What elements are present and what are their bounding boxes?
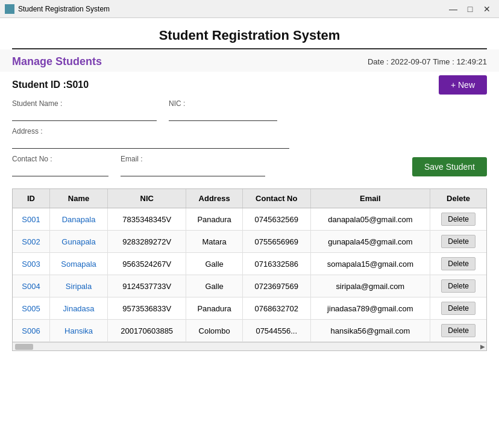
time-value: 12:49:21 bbox=[456, 57, 487, 66]
table-row: S001Danapala7835348345VPanadura074563256… bbox=[13, 208, 486, 231]
table-row: S004Siripala9124537733VGalle0723697569si… bbox=[13, 275, 486, 297]
contact-label: Contact No : bbox=[12, 155, 108, 163]
col-nic: NIC bbox=[108, 189, 186, 208]
app-container: Student Registration System Manage Stude… bbox=[0, 18, 499, 448]
table-container[interactable]: ID Name NIC Address Contact No Email Del… bbox=[13, 189, 486, 342]
manage-header: Manage Students Date : 2022-09-07 Time :… bbox=[0, 49, 499, 72]
app-title-section: Student Registration System bbox=[12, 18, 487, 49]
cell-id: S001 bbox=[13, 208, 49, 231]
email-input[interactable] bbox=[121, 164, 265, 176]
cell-address: Galle bbox=[186, 275, 243, 297]
maximize-button[interactable]: □ bbox=[463, 3, 477, 15]
cell-contact: 0745632569 bbox=[242, 208, 310, 231]
delete-button[interactable]: Delete bbox=[441, 324, 475, 337]
cell-delete: Delete bbox=[430, 253, 486, 275]
student-id-label: Student ID :S010 bbox=[12, 79, 89, 90]
cell-id: S006 bbox=[13, 320, 49, 342]
title-bar-left: Student Registration System bbox=[5, 4, 110, 14]
cell-nic: 9573536833V bbox=[108, 297, 186, 320]
cell-delete: Delete bbox=[430, 297, 486, 320]
header-row: ID Name NIC Address Contact No Email Del… bbox=[13, 189, 486, 208]
cell-address: Panadura bbox=[186, 297, 243, 320]
address-row: Address : bbox=[12, 127, 487, 149]
new-button[interactable]: + New bbox=[439, 75, 487, 95]
cell-contact: 0716332586 bbox=[242, 253, 310, 275]
delete-button[interactable]: Delete bbox=[441, 257, 475, 270]
address-label: Address : bbox=[12, 127, 289, 135]
app-icon bbox=[5, 4, 14, 14]
student-id-row: Student ID :S010 + New bbox=[12, 75, 487, 95]
cell-email: gunapala45@gmail.com bbox=[310, 231, 430, 253]
title-bar-text: Student Registration System bbox=[18, 5, 110, 13]
scroll-thumb[interactable] bbox=[15, 344, 33, 350]
horizontal-scrollbar[interactable]: ▶ bbox=[13, 342, 486, 350]
time-label: Time : bbox=[433, 57, 454, 66]
cell-address: Colombo bbox=[186, 320, 243, 342]
cell-email: danapala05@gmail.com bbox=[310, 208, 430, 231]
address-group: Address : bbox=[12, 127, 289, 149]
cell-email: siripala@gmail.com bbox=[310, 275, 430, 297]
col-id: ID bbox=[13, 189, 49, 208]
student-name-group: Student Name : bbox=[12, 99, 157, 121]
cell-name: Siripala bbox=[49, 275, 107, 297]
cell-id: S003 bbox=[13, 253, 49, 275]
delete-button[interactable]: Delete bbox=[441, 279, 475, 293]
name-nic-row: Student Name : NIC : bbox=[12, 99, 487, 121]
cell-delete: Delete bbox=[430, 320, 486, 342]
col-contact: Contact No bbox=[242, 189, 310, 208]
table-section: ID Name NIC Address Contact No Email Del… bbox=[12, 188, 487, 351]
contact-email-row: Contact No : Email : Save Student bbox=[12, 155, 487, 176]
cell-address: Matara bbox=[186, 231, 243, 253]
manage-title: Manage Students bbox=[12, 55, 102, 68]
delete-button[interactable]: Delete bbox=[441, 213, 475, 226]
delete-button[interactable]: Delete bbox=[441, 235, 475, 248]
cell-contact: 07544556... bbox=[242, 320, 310, 342]
minimize-button[interactable]: — bbox=[446, 3, 460, 15]
col-name: Name bbox=[49, 189, 107, 208]
cell-name: Jinadasa bbox=[49, 297, 107, 320]
contact-group: Contact No : bbox=[12, 155, 108, 176]
cell-email: jinadasa789@gmail.com bbox=[310, 297, 430, 320]
table-row: S002Gunapala9283289272VMatara0755656969g… bbox=[13, 231, 486, 253]
datetime-info: Date : 2022-09-07 Time : 12:49:21 bbox=[368, 57, 487, 66]
cell-delete: Delete bbox=[430, 275, 486, 297]
email-group: Email : bbox=[121, 155, 265, 176]
cell-name: Danapala bbox=[49, 208, 107, 231]
cell-nic: 9563524267V bbox=[108, 253, 186, 275]
cell-name: Hansika bbox=[49, 320, 107, 342]
save-button[interactable]: Save Student bbox=[412, 157, 487, 176]
email-label: Email : bbox=[121, 155, 265, 163]
cell-nic: 9124537733V bbox=[108, 275, 186, 297]
cell-contact: 0723697569 bbox=[242, 275, 310, 297]
table-row: S005Jinadasa9573536833VPanadura076863270… bbox=[13, 297, 486, 320]
scroll-right-arrow[interactable]: ▶ bbox=[480, 343, 485, 350]
cell-email: hansika56@gmail.com bbox=[310, 320, 430, 342]
title-bar-controls: — □ ✕ bbox=[446, 3, 494, 15]
col-delete: Delete bbox=[430, 189, 486, 208]
cell-nic: 9283289272V bbox=[108, 231, 186, 253]
col-address: Address bbox=[186, 189, 243, 208]
cell-contact: 0755656969 bbox=[242, 231, 310, 253]
cell-id: S004 bbox=[13, 275, 49, 297]
nic-group: NIC : bbox=[169, 99, 277, 121]
cell-email: somapala15@gmail.com bbox=[310, 253, 430, 275]
nic-label: NIC : bbox=[169, 99, 277, 108]
cell-name: Gunapala bbox=[49, 231, 107, 253]
delete-button[interactable]: Delete bbox=[441, 302, 475, 315]
student-name-label: Student Name : bbox=[12, 99, 157, 108]
cell-address: Panadura bbox=[186, 208, 243, 231]
students-table: ID Name NIC Address Contact No Email Del… bbox=[13, 189, 486, 342]
close-button[interactable]: ✕ bbox=[480, 3, 494, 15]
cell-id: S002 bbox=[13, 231, 49, 253]
nic-input[interactable] bbox=[169, 109, 277, 121]
cell-id: S005 bbox=[13, 297, 49, 320]
title-bar: Student Registration System — □ ✕ bbox=[0, 0, 499, 18]
address-input[interactable] bbox=[12, 137, 289, 149]
date-label: Date : bbox=[368, 57, 389, 66]
cell-nic: 7835348345V bbox=[108, 208, 186, 231]
contact-input[interactable] bbox=[12, 164, 108, 176]
table-row: S006Hansika200170603885Colombo07544556..… bbox=[13, 320, 486, 342]
form-section: Student ID :S010 + New Student Name : NI… bbox=[0, 72, 499, 185]
student-name-input[interactable] bbox=[12, 109, 157, 121]
date-value: 2022-09-07 bbox=[391, 57, 431, 66]
